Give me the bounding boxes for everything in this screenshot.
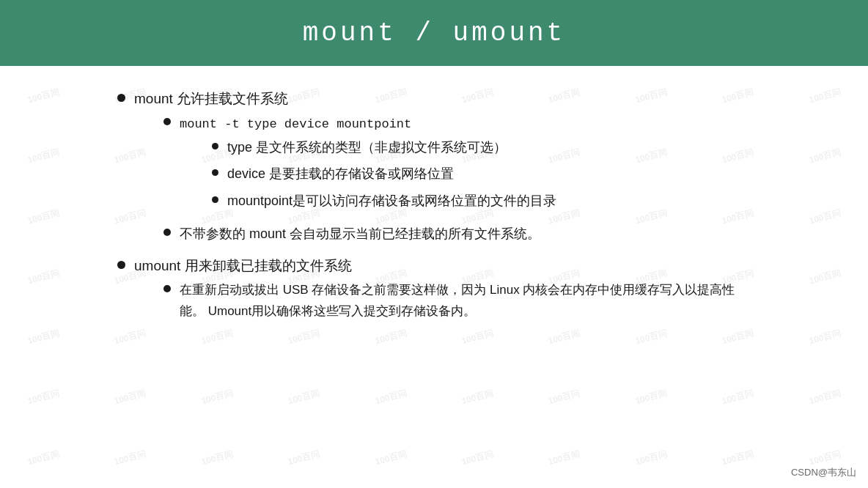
list-item: mount 允许挂载文件系统 mount -t type device moun… (117, 88, 751, 251)
wm-63: 100百间 (167, 418, 267, 488)
wm-67: 100百间 (515, 418, 614, 488)
wm-62: 100百问 (81, 418, 180, 488)
wm-64: 100百问 (254, 418, 354, 488)
page-title: mount / umount (303, 18, 565, 48)
wm-53: 100百问 (167, 358, 267, 438)
footer-credit: CSDN@韦东山 (791, 466, 856, 479)
wm-52: 100百间 (81, 358, 180, 438)
list-item-content: umount 用来卸载已挂载的文件系统 在重新启动或拔出 USB 存储设备之前需… (134, 255, 751, 328)
wm-66: 100百问 (427, 418, 527, 488)
list-item: type 是文件系统的类型（非虚拟文件系统可选） (212, 137, 751, 158)
wm-60: 100百间 (775, 358, 868, 438)
item-text: device 是要挂载的存储设备或网络位置 (227, 163, 751, 185)
bullet-dot (212, 169, 218, 176)
list-item: umount 用来卸载已挂载的文件系统 在重新启动或拔出 USB 存储设备之前需… (117, 255, 751, 328)
list-item: 在重新启动或拔出 USB 存储设备之前需要这样做，因为 Linux 内核会在内存… (163, 280, 751, 322)
wm-54: 100百间 (254, 358, 354, 438)
content-list: mount 允许挂载文件系统 mount -t type device moun… (117, 88, 751, 328)
list-item-content: mount 允许挂载文件系统 mount -t type device moun… (134, 88, 751, 251)
list-item: mount -t type device mountpoint type 是文件… (163, 113, 751, 218)
item-text: umount 用来卸载已挂载的文件系统 (134, 258, 352, 273)
bullet-dot (117, 94, 125, 102)
item-text: mount 允许挂载文件系统 (134, 91, 288, 106)
level-2-container: 在重新启动或拔出 USB 存储设备之前需要这样做，因为 Linux 内核会在内存… (134, 280, 751, 322)
item-text: type 是文件系统的类型（非虚拟文件系统可选） (227, 137, 751, 158)
item-text: mount -t type device mountpoint (180, 117, 411, 131)
wm-58: 100百间 (601, 358, 701, 438)
wm-55: 100百问 (341, 358, 441, 438)
item-text: mountpoint是可以访问存储设备或网络位置的文件的目录 (227, 191, 751, 212)
wm-65: 100百间 (341, 418, 441, 488)
item-text: 不带参数的 mount 会自动显示当前已经挂载的所有文件系统。 (180, 223, 751, 245)
wm-69: 100百间 (688, 418, 788, 488)
wm-59: 100百问 (688, 358, 788, 438)
wm-61: 100百间 (0, 418, 93, 488)
list-item-content: mount -t type device mountpoint type 是文件… (180, 113, 751, 218)
main-content: mount 允许挂载文件系统 mount -t type device moun… (0, 66, 868, 347)
list-item: mountpoint是可以访问存储设备或网络位置的文件的目录 (212, 191, 751, 212)
wm-68: 100百问 (601, 418, 701, 488)
bullet-dot (117, 261, 125, 269)
bullet-dot (163, 229, 171, 236)
level-3-container: type 是文件系统的类型（非虚拟文件系统可选） device 是要挂载的存储设… (180, 137, 751, 212)
bullet-dot (163, 118, 171, 125)
wm-51: 100百问 (0, 358, 93, 438)
list-item: 不带参数的 mount 会自动显示当前已经挂载的所有文件系统。 (163, 223, 751, 245)
bullet-dot (212, 196, 218, 203)
wm-56: 100百间 (427, 358, 527, 438)
page-header: mount / umount (0, 0, 868, 66)
bullet-dot (163, 285, 171, 292)
bullet-dot (212, 143, 218, 149)
wm-57: 100百问 (515, 358, 614, 438)
item-text: 在重新启动或拔出 USB 存储设备之前需要这样做，因为 Linux 内核会在内存… (180, 280, 751, 322)
level-2-container: mount -t type device mountpoint type 是文件… (134, 113, 751, 244)
list-item: device 是要挂载的存储设备或网络位置 (212, 163, 751, 185)
